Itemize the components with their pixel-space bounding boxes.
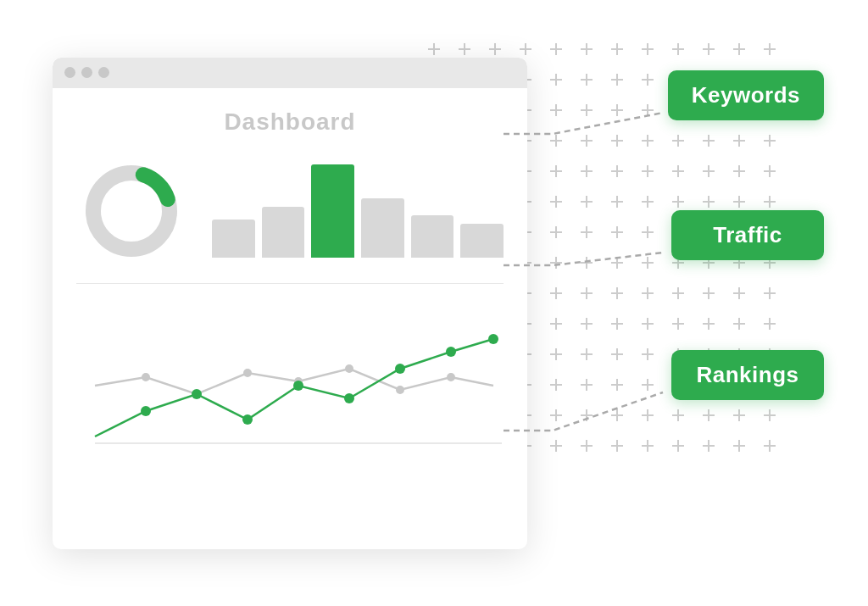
svg-point-7 xyxy=(396,386,404,394)
browser-dot-green xyxy=(98,67,109,78)
label-traffic: Traffic xyxy=(671,210,824,260)
svg-point-6 xyxy=(345,364,353,373)
browser-content: Dashboard xyxy=(53,88,527,474)
bar-4 xyxy=(361,198,404,258)
browser-dot-red xyxy=(64,67,75,78)
svg-point-13 xyxy=(344,393,354,403)
scene: Dashboard xyxy=(27,24,841,583)
bar-2 xyxy=(262,207,305,258)
donut-svg xyxy=(76,156,186,266)
line-chart-svg xyxy=(76,301,504,453)
svg-point-16 xyxy=(488,334,498,344)
svg-point-4 xyxy=(243,369,252,377)
svg-point-10 xyxy=(192,389,202,399)
svg-point-9 xyxy=(141,406,151,416)
label-rankings: Rankings xyxy=(671,350,824,400)
line-chart xyxy=(76,301,504,453)
browser-titlebar xyxy=(53,58,527,88)
browser-window: Dashboard xyxy=(53,58,527,549)
donut-chart xyxy=(76,156,186,266)
svg-point-15 xyxy=(446,347,456,357)
bar-5 xyxy=(411,215,454,258)
dashboard-title: Dashboard xyxy=(76,108,504,136)
bar-1 xyxy=(212,220,255,258)
svg-point-11 xyxy=(242,414,253,425)
svg-point-12 xyxy=(293,381,303,391)
svg-point-14 xyxy=(395,364,405,374)
bar-6 xyxy=(460,224,504,258)
svg-point-2 xyxy=(142,373,150,381)
svg-point-8 xyxy=(447,373,455,381)
charts-top xyxy=(76,156,504,284)
bar-3-highlight xyxy=(311,164,354,258)
browser-dot-yellow xyxy=(81,67,92,78)
bar-chart xyxy=(212,164,504,258)
label-keywords: Keywords xyxy=(668,70,824,120)
